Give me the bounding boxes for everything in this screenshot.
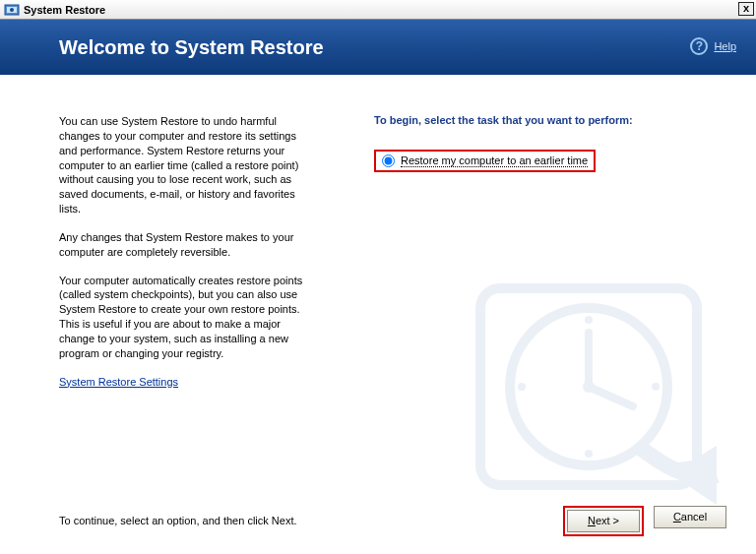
help-icon: ? [690,37,708,55]
svg-point-4 [510,308,667,465]
option-restore-earlier-time[interactable]: Restore my computer to an earlier time [374,150,596,172]
task-column: To begin, select the task that you want … [335,114,756,495]
option-restore-radio[interactable] [382,154,395,167]
info-paragraph-3: Your computer automatically creates rest… [59,274,315,361]
clock-watermark-icon [461,249,736,524]
info-column: You can use System Restore to undo harmf… [0,114,335,495]
system-restore-settings-link[interactable]: System Restore Settings [59,376,178,388]
cancel-button[interactable]: Cancel [654,506,726,528]
svg-point-10 [518,383,526,391]
svg-point-11 [652,383,660,391]
content: You can use System Restore to undo harmf… [0,75,756,495]
option-restore-label: Restore my computer to an earlier time [401,154,588,167]
titlebar: System Restore x [0,0,756,20]
help-label: Help [714,40,736,52]
titlebar-title: System Restore [24,4,105,16]
footer-buttons: Next > Cancel [563,506,726,536]
footer-instruction: To continue, select an option, and then … [59,515,297,526]
info-paragraph-1: You can use System Restore to undo harmf… [59,114,315,216]
next-button[interactable]: Next > [567,510,640,532]
svg-point-9 [585,450,593,458]
task-prompt: To begin, select the task that you want … [374,114,726,126]
svg-point-2 [10,8,14,12]
svg-point-8 [585,316,593,324]
close-button[interactable]: x [738,2,754,16]
header: Welcome to System Restore ? Help [0,20,756,75]
app-icon [4,2,20,18]
svg-rect-3 [480,288,697,485]
help-link[interactable]: ? Help [690,37,736,55]
footer: To continue, select an option, and then … [0,501,756,540]
next-button-highlight: Next > [563,506,644,536]
page-title: Welcome to System Restore [59,36,324,59]
info-paragraph-2: Any changes that System Restore makes to… [59,230,315,260]
svg-point-5 [583,381,595,393]
svg-line-7 [589,387,633,406]
